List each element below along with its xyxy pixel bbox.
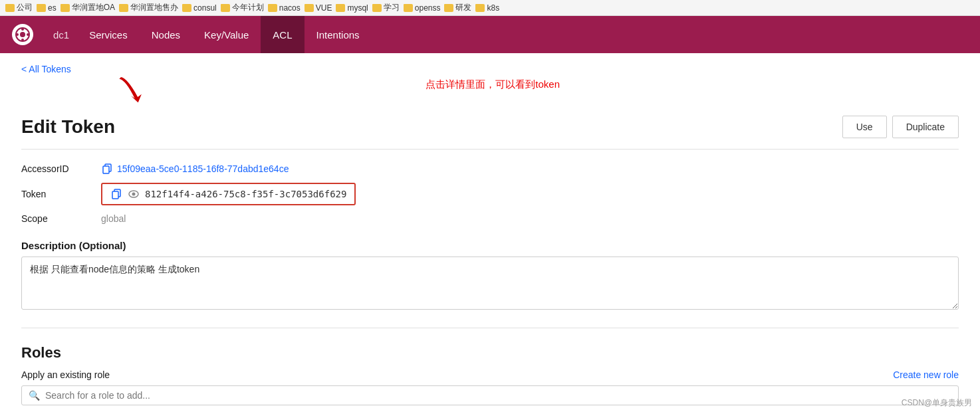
- page-header: Edit Token Use Duplicate: [21, 116, 959, 150]
- scope-label: Scope: [21, 213, 101, 224]
- folder-icon: [404, 4, 413, 12]
- folder-icon: [221, 4, 230, 12]
- apply-role-label: Apply an existing role: [21, 369, 110, 380]
- annotation-text: 点击详情里面，可以看到token: [426, 78, 560, 91]
- roles-section: Roles Apply an existing role Create new …: [21, 344, 959, 405]
- folder-icon: [336, 4, 345, 12]
- show-token-icon[interactable]: [128, 188, 140, 200]
- consul-logo-circle: [12, 24, 33, 45]
- navbar: dc1 Services Nodes Key/Value ACL Intenti…: [0, 16, 980, 53]
- token-label: Token: [21, 189, 101, 199]
- page-title: Edit Token: [21, 116, 115, 138]
- all-tokens-link[interactable]: < All Tokens: [21, 64, 71, 74]
- svg-point-3: [27, 33, 29, 36]
- token-row: Token 812f14f4-a426-75c8-f35f-3c7053d6f6…: [21, 183, 959, 205]
- folder-icon: [119, 4, 128, 12]
- svg-point-4: [16, 33, 19, 36]
- role-search-input[interactable]: [45, 390, 951, 401]
- bookmark-gongsi[interactable]: 公司: [5, 2, 33, 13]
- token-box: 812f14f4-a426-75c8-f35f-3c7053d6f629: [101, 183, 356, 205]
- form-section: AccessorID 15f09eaa-5ce0-1185-16f8-77dab…: [21, 163, 959, 224]
- description-section: Description (Optional) 根据 只能查看node信息的策略 …: [21, 240, 959, 312]
- copy-accessor-icon[interactable]: [101, 163, 113, 175]
- bookmark-huarun-shoban[interactable]: 华润置地售办: [119, 2, 178, 13]
- nav-nodes[interactable]: Nodes: [140, 16, 192, 53]
- folder-icon: [268, 4, 277, 12]
- bookmark-vue[interactable]: VUE: [305, 3, 332, 13]
- accessor-id-value: 15f09eaa-5ce0-1185-16f8-77dabd1e64ce: [101, 163, 289, 175]
- create-role-link[interactable]: Create new role: [893, 369, 959, 380]
- use-button[interactable]: Use: [842, 116, 887, 138]
- folder-icon: [182, 4, 191, 12]
- roles-title: Roles: [21, 344, 959, 362]
- nav-intentions[interactable]: Intentions: [305, 16, 372, 53]
- roles-input-row: 🔍: [21, 385, 959, 405]
- bookmark-nacos[interactable]: nacos: [268, 3, 301, 13]
- datacenter-label[interactable]: dc1: [45, 29, 77, 41]
- folder-icon: [372, 4, 382, 12]
- folder-icon: [37, 4, 46, 12]
- section-divider: [21, 328, 959, 328]
- consul-logo[interactable]: [11, 23, 35, 47]
- bookmark-openss[interactable]: openss: [404, 3, 441, 13]
- scope-row: Scope global: [21, 213, 959, 224]
- svg-point-1: [20, 32, 25, 37]
- folder-icon: [5, 4, 15, 12]
- annotation-arrow: [110, 72, 168, 114]
- search-icon: 🔍: [29, 390, 40, 401]
- bookmark-yanfa[interactable]: 研发: [444, 2, 471, 13]
- folder-icon: [444, 4, 453, 12]
- svg-point-5: [21, 39, 24, 41]
- description-textarea[interactable]: 根据 只能查看node信息的策略 生成token: [21, 257, 959, 310]
- bookmark-es[interactable]: es: [37, 3, 57, 13]
- nav-services[interactable]: Services: [77, 16, 140, 53]
- folder-icon: [305, 4, 314, 12]
- header-actions: Use Duplicate: [842, 116, 959, 138]
- svg-point-12: [132, 193, 136, 196]
- duplicate-button[interactable]: Duplicate: [892, 116, 959, 138]
- nav-keyvalue[interactable]: Key/Value: [192, 16, 261, 53]
- bookmark-huarun-oa[interactable]: 华润置地OA: [61, 2, 115, 13]
- svg-point-2: [21, 28, 24, 31]
- accessor-id-label: AccessorID: [21, 163, 101, 174]
- bookmarks-bar: 公司 es 华润置地OA 华润置地售办 consul 今年计划 nacos VU…: [0, 0, 980, 16]
- bookmark-consul[interactable]: consul: [182, 3, 217, 13]
- svg-rect-8: [103, 166, 109, 173]
- bookmark-k8s[interactable]: k8s: [475, 3, 499, 13]
- bookmark-plan[interactable]: 今年计划: [221, 2, 264, 13]
- folder-icon: [61, 4, 70, 12]
- roles-subtitle: Apply an existing role Create new role: [21, 369, 959, 380]
- copy-token-icon[interactable]: [110, 188, 122, 200]
- folder-icon: [475, 4, 485, 12]
- bookmark-study[interactable]: 学习: [372, 2, 400, 13]
- svg-rect-10: [112, 191, 118, 199]
- accessor-id-row: AccessorID 15f09eaa-5ce0-1185-16f8-77dab…: [21, 163, 959, 175]
- bookmark-mysql[interactable]: mysql: [336, 3, 368, 13]
- nav-acl[interactable]: ACL: [261, 16, 304, 53]
- token-value: 812f14f4-a426-75c8-f35f-3c7053d6f629: [145, 189, 346, 199]
- description-label: Description (Optional): [21, 240, 959, 251]
- accessor-id-link[interactable]: 15f09eaa-5ce0-1185-16f8-77dabd1e64ce: [117, 163, 289, 174]
- main-content: < All Tokens 点击详情里面，可以看到token Edit Token…: [0, 53, 980, 414]
- breadcrumb: < All Tokens: [21, 64, 71, 74]
- scope-value: global: [101, 213, 126, 224]
